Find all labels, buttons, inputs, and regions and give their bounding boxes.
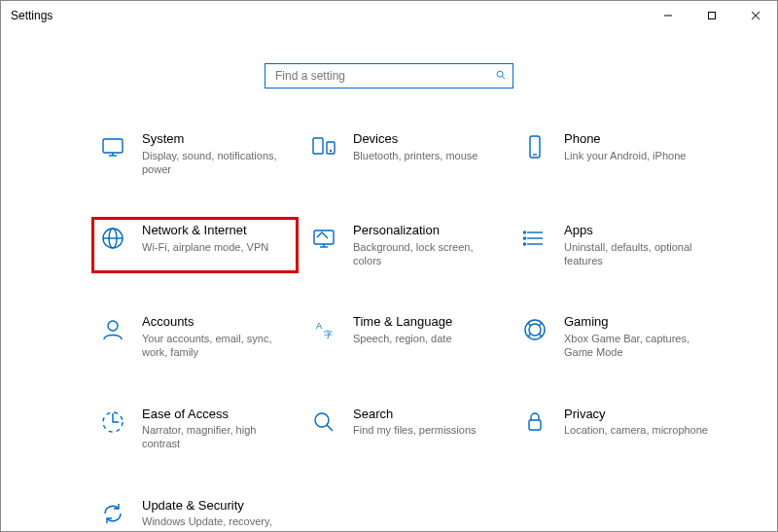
search-icon [495,69,507,84]
category-title: Time & Language [353,314,452,330]
category-title: Search [353,407,477,422]
category-update[interactable]: Update & SecurityWindows Update, recover… [93,494,297,532]
personal-icon [308,223,339,254]
category-title: Ease of Access [142,407,288,422]
category-gaming[interactable]: GamingXbox Game Bar, captures, Game Mode [515,310,719,363]
phone-icon [519,131,550,162]
category-desc: Xbox Game Bar, captures, Game Mode [564,332,710,360]
settings-window: Settings SystemDisplay, sound, notificat… [0,0,778,532]
category-title: Devices [353,131,477,147]
category-desc: Find my files, permissions [353,423,477,437]
apps-icon [519,223,550,254]
category-time[interactable]: Time & LanguageSpeech, region, date [304,310,508,363]
category-apps[interactable]: AppsUninstall, defaults, optional featur… [515,219,719,271]
update-icon [97,498,128,529]
search-icon [308,407,339,438]
category-desc: Windows Update, recovery, backup [142,514,288,532]
category-desc: Link your Android, iPhone [564,149,686,162]
ease-icon [97,407,128,438]
search-input[interactable] [273,68,495,84]
category-title: Update & Security [142,498,288,514]
category-title: Personalization [353,223,499,238]
network-icon [97,223,128,254]
category-desc: Uninstall, defaults, optional features [564,240,710,268]
devices-icon [308,131,339,162]
svg-rect-34 [708,13,715,19]
category-search[interactable]: SearchFind my files, permissions [304,403,508,455]
accounts-icon [97,314,128,345]
category-title: Apps [564,223,710,238]
category-desc: Location, camera, microphone [564,423,708,437]
category-desc: Bluetooth, printers, mouse [353,149,477,162]
category-desc: Narrator, magnifier, high contrast [142,423,288,451]
category-devices[interactable]: DevicesBluetooth, printers, mouse [304,127,508,180]
category-title: Network & Internet [142,223,268,238]
category-title: Phone [564,131,686,147]
category-accounts[interactable]: AccountsYour accounts, email, sync, work… [93,310,297,363]
system-icon [97,131,128,162]
window-title: Settings [11,9,53,22]
category-title: Accounts [142,314,288,330]
svg-point-37 [497,71,503,77]
category-personal[interactable]: PersonalizationBackground, lock screen, … [304,219,508,271]
category-grid: SystemDisplay, sound, notifications, pow… [93,127,719,532]
search-box[interactable] [265,63,513,89]
titlebar: Settings [1,1,777,30]
category-desc: Your accounts, email, sync, work, family [142,332,288,360]
category-desc: Speech, region, date [353,332,452,345]
category-desc: Background, lock screen, colors [353,240,499,268]
time-icon [308,314,339,345]
maximize-button[interactable] [690,1,733,30]
category-ease[interactable]: Ease of AccessNarrator, magnifier, high … [93,403,297,455]
category-desc: Wi-Fi, airplane mode, VPN [142,240,268,254]
category-title: Gaming [564,314,710,330]
category-title: Privacy [564,407,708,422]
close-button[interactable] [733,1,777,30]
category-system[interactable]: SystemDisplay, sound, notifications, pow… [93,127,297,180]
minimize-button[interactable] [646,1,690,30]
svg-line-38 [502,76,505,79]
category-network[interactable]: Network & InternetWi-Fi, airplane mode, … [93,219,297,271]
gaming-icon [519,314,550,345]
category-phone[interactable]: PhoneLink your Android, iPhone [515,127,719,180]
privacy-icon [519,407,550,438]
category-desc: Display, sound, notifications, power [142,149,288,177]
category-privacy[interactable]: PrivacyLocation, camera, microphone [515,403,719,455]
category-title: System [142,131,288,147]
